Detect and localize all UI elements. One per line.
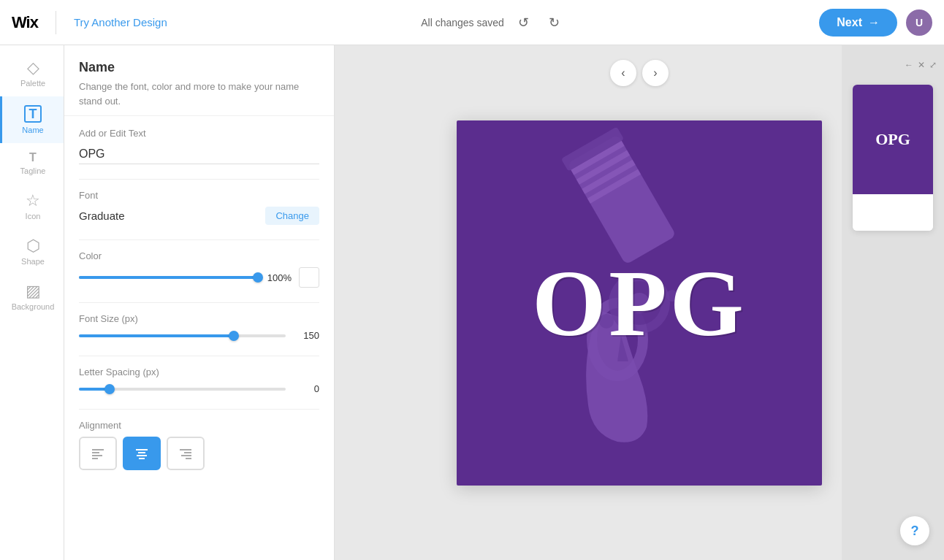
sidebar-item-palette[interactable]: ◇ Palette (0, 51, 64, 96)
strip-close-icon[interactable]: ✕ (918, 60, 925, 70)
alignment-section: Alignment (79, 420, 319, 470)
svg-rect-5 (138, 452, 145, 453)
preview-card-white (853, 194, 933, 231)
svg-rect-10 (181, 455, 191, 456)
letter-spacing-slider-track[interactable] (79, 388, 286, 391)
user-avatar[interactable]: U (906, 9, 932, 36)
name-text-input[interactable] (79, 145, 319, 164)
shape-icon: ⬡ (26, 238, 40, 254)
help-button[interactable]: ? (900, 516, 929, 545)
align-center-icon (134, 446, 149, 461)
svg-rect-11 (186, 458, 191, 459)
next-label: Next (837, 16, 862, 29)
color-slider-value: 100% (265, 272, 292, 283)
svg-rect-3 (92, 458, 98, 459)
separator-3 (79, 302, 319, 303)
strip-back-icon[interactable]: ← (905, 60, 913, 70)
svg-rect-2 (92, 455, 102, 456)
svg-rect-1 (92, 452, 99, 453)
align-left-button[interactable] (79, 437, 117, 470)
panel-content: Add or Edit Text Font Graduate Change Co… (64, 116, 334, 560)
align-center-button[interactable] (123, 437, 161, 470)
header-logo: Wix Try Another Design (12, 11, 167, 34)
sidebar-item-name[interactable]: T Name (0, 96, 64, 143)
align-right-icon (178, 446, 193, 461)
sidebar-label-icon: Icon (26, 212, 41, 220)
svg-rect-8 (180, 449, 191, 450)
name-icon: T (24, 105, 42, 123)
try-another-link[interactable]: Try Another Design (74, 16, 167, 28)
panel-header: Name Change the font, color and more to … (64, 45, 334, 116)
svg-rect-9 (184, 452, 191, 453)
color-slider-fill (79, 276, 258, 279)
panel-title: Name (79, 60, 319, 75)
logo-display-text: OPG (532, 248, 747, 358)
next-button[interactable]: Next → (819, 9, 897, 37)
sidebar-item-tagline[interactable]: T Tagline (0, 143, 64, 184)
letter-spacing-slider-thumb[interactable] (104, 384, 115, 394)
color-slider-row: 100% (79, 267, 319, 288)
separator-4 (79, 356, 319, 356)
preview-card-purple: OPG (853, 85, 933, 194)
preview-card: OPG (853, 85, 933, 231)
font-size-label: Font Size (px) (79, 313, 319, 324)
sidebar-label-tagline: Tagline (20, 166, 46, 175)
tagline-icon: T (29, 152, 37, 164)
color-slider-track[interactable] (79, 276, 258, 279)
letter-spacing-section: Letter Spacing (px) 0 (79, 367, 319, 394)
nav-arrows: ‹ › (610, 60, 669, 86)
canvas-area: ‹ › (335, 45, 944, 560)
next-arrow-button[interactable]: › (642, 60, 669, 86)
palette-icon: ◇ (27, 60, 39, 76)
prev-arrow-button[interactable]: ‹ (610, 60, 636, 86)
svg-rect-0 (92, 449, 104, 450)
alignment-group (79, 437, 319, 470)
background-icon: ▨ (26, 283, 41, 299)
sidebar-label-name: Name (22, 126, 43, 134)
strip-expand-icon[interactable]: ⤢ (929, 60, 937, 70)
logo-card[interactable]: OPG (457, 120, 822, 486)
change-font-button[interactable]: Change (265, 207, 319, 225)
text-field-label: Add or Edit Text (79, 128, 319, 139)
panel-description: Change the font, color and more to make … (79, 80, 319, 108)
letter-spacing-slider-value: 0 (293, 383, 319, 394)
font-size-slider-thumb[interactable] (229, 331, 239, 341)
color-slider-thumb[interactable] (253, 272, 263, 283)
sidebar-item-shape[interactable]: ⬡ Shape (0, 229, 64, 275)
alignment-label: Alignment (79, 420, 319, 431)
header-center: All changes saved ↺ ↻ (167, 12, 820, 34)
sidebar-item-background[interactable]: ▨ Background (0, 275, 64, 320)
svg-rect-4 (136, 449, 148, 450)
font-field-label: Font (79, 190, 319, 201)
sidebar-label-background: Background (12, 302, 55, 311)
header: Wix Try Another Design All changes saved… (0, 0, 944, 45)
letter-spacing-slider-row: 0 (79, 383, 319, 394)
header-right: Next → U (819, 9, 932, 37)
color-field-label: Color (79, 250, 319, 261)
icon-icon: ☆ (26, 193, 40, 209)
font-name: Graduate (79, 210, 125, 222)
svg-rect-7 (139, 458, 145, 459)
color-field-section: Color 100% (79, 250, 319, 288)
svg-rect-6 (137, 455, 147, 456)
separator-2 (79, 239, 319, 240)
sidebar-item-icon[interactable]: ☆ Icon (0, 184, 64, 229)
undo-button[interactable]: ↺ (513, 12, 535, 34)
wix-logo: Wix (12, 13, 38, 32)
font-field-section: Font Graduate Change (79, 190, 319, 225)
align-left-icon (91, 446, 105, 461)
color-swatch[interactable] (299, 267, 319, 288)
redo-button[interactable]: ↻ (544, 12, 566, 34)
font-row: Graduate Change (79, 207, 319, 225)
font-size-slider-fill (79, 334, 234, 337)
font-size-section: Font Size (px) 150 (79, 313, 319, 341)
separator-1 (79, 179, 319, 180)
saved-status: All changes saved (421, 17, 504, 28)
edit-panel: Name Change the font, color and more to … (64, 45, 335, 560)
right-preview-strip: ← ✕ ⤢ OPG (842, 45, 944, 560)
font-size-slider-track[interactable] (79, 334, 286, 337)
sidebar-label-shape: Shape (21, 257, 45, 266)
strip-controls: ← ✕ ⤢ (905, 60, 937, 70)
sidebar-label-palette: Palette (20, 79, 45, 88)
align-right-button[interactable] (167, 437, 205, 470)
